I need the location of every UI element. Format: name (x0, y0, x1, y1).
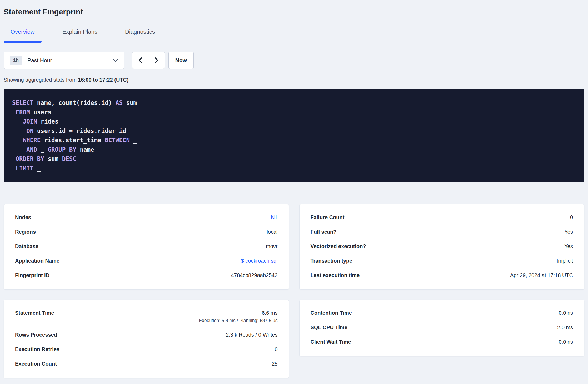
stat-row: Vectorized execution? Yes (311, 239, 573, 254)
sql-statement-box: SELECT name, count(rides.id) AS sum FROM… (4, 89, 584, 182)
caption-time-range: 16:00 to 17:22 (UTC) (78, 77, 128, 83)
interval-arrow-group (132, 52, 165, 69)
wait-times-card: Contention Time 0.0 ns SQL CPU Time 2.0 … (299, 300, 585, 356)
tab-bar: Overview Explain Plans Diagnostics (4, 28, 584, 42)
summary-cards: Nodes N1 Regions local Database movr App… (4, 204, 584, 378)
stat-label: Statement Time (15, 310, 54, 316)
stat-label: Last execution time (311, 272, 360, 278)
stat-value: Yes (564, 229, 573, 235)
stat-label: Failure Count (311, 214, 345, 220)
stat-label: Fingerprint ID (15, 272, 49, 278)
statement-fingerprint-page: Statement Fingerprint Overview Explain P… (0, 0, 588, 378)
page-title: Statement Fingerprint (4, 7, 584, 17)
statement-timing-card: Statement Time 6.6 ms Execution: 5.8 ms … (4, 300, 289, 378)
tab-diagnostics[interactable]: Diagnostics (118, 28, 162, 42)
stat-row: Execution Retries 0 (15, 342, 278, 357)
stat-value: 0.0 ns (559, 310, 573, 316)
stat-row: Application Name $ cockroach sql (15, 254, 278, 268)
stat-label: Transaction type (311, 258, 352, 264)
last-execution-time-value: Apr 29, 2024 at 17:18 UTC (510, 272, 573, 278)
stat-row: SQL CPU Time 2.0 ms (311, 320, 573, 335)
stat-label: Application Name (15, 258, 59, 264)
stat-label: Nodes (15, 214, 31, 220)
stat-label: Rows Processed (15, 332, 57, 338)
tab-overview[interactable]: Overview (4, 28, 42, 42)
nodes-link[interactable]: N1 (271, 214, 278, 220)
time-controls: 1h Past Hour (4, 52, 584, 69)
next-interval-button[interactable] (148, 52, 165, 69)
stat-row: Transaction type Implicit (311, 254, 573, 268)
stat-label: Full scan? (311, 229, 337, 235)
stat-row: Last execution time Apr 29, 2024 at 17:1… (311, 268, 573, 283)
time-range-badge: 1h (10, 56, 22, 65)
stat-value: local (267, 229, 277, 235)
sql-statement-text: SELECT name, count(rides.id) AS sum FROM… (12, 98, 576, 173)
stat-row: Rows Processed 2.3 k Reads / 0 Writes (15, 328, 278, 342)
stat-label: Execution Count (15, 361, 57, 367)
stat-row: Fingerprint ID 4784cb829aab2542 (15, 268, 278, 283)
stat-row: Execution Count 25 (15, 357, 278, 371)
stat-label: Client Wait Time (311, 339, 351, 345)
stat-label: Execution Retries (15, 346, 59, 352)
time-range-label: Past Hour (27, 57, 113, 63)
now-button[interactable]: Now (168, 52, 194, 69)
execution-attributes-card: Failure Count 0 Full scan? Yes Vectorize… (299, 204, 585, 290)
chevron-left-icon (138, 57, 143, 64)
stat-label: Contention Time (311, 310, 352, 316)
time-interval-dropdown[interactable]: 1h Past Hour (4, 52, 124, 69)
aggregated-stats-caption: Showing aggregated stats from 16:00 to 1… (4, 77, 584, 83)
stat-row: Client Wait Time 0.0 ns (311, 335, 573, 349)
stat-label: Regions (15, 229, 36, 235)
statement-time-value: 6.6 ms (262, 310, 277, 316)
stat-value: 0 (275, 346, 277, 352)
fingerprint-id-value: 4784cb829aab2542 (231, 272, 278, 278)
statement-time-breakdown: Execution: 5.8 ms / Planning: 687.5 µs (199, 318, 277, 323)
stat-value: 0 (570, 214, 573, 220)
tab-explain-plans[interactable]: Explain Plans (56, 28, 104, 42)
stat-row: Database movr (15, 239, 278, 254)
previous-interval-button[interactable] (132, 52, 148, 69)
stat-label: SQL CPU Time (311, 324, 347, 331)
stat-row: Regions local (15, 225, 278, 239)
chevron-down-icon (113, 59, 118, 62)
stat-label: Database (15, 243, 38, 249)
stat-value: 0.0 ns (559, 339, 573, 345)
stat-row: Contention Time 0.0 ns (311, 306, 573, 320)
stat-row: Statement Time 6.6 ms Execution: 5.8 ms … (15, 306, 278, 328)
stat-value: Implicit (557, 258, 573, 264)
stat-value: 2.0 ms (557, 324, 573, 331)
chevron-right-icon (154, 57, 159, 64)
stat-value: Yes (564, 243, 573, 249)
stat-row: Nodes N1 (15, 210, 278, 225)
statement-details-card: Nodes N1 Regions local Database movr App… (4, 204, 289, 290)
stat-value: 25 (272, 361, 277, 367)
stat-row: Failure Count 0 (311, 210, 573, 225)
stat-label: Vectorized execution? (311, 243, 366, 249)
stat-value: 2.3 k Reads / 0 Writes (226, 332, 277, 338)
caption-prefix: Showing aggregated stats from (4, 77, 78, 83)
stat-row: Full scan? Yes (311, 225, 573, 239)
stat-value: movr (266, 243, 277, 249)
application-name-link[interactable]: $ cockroach sql (241, 258, 278, 264)
